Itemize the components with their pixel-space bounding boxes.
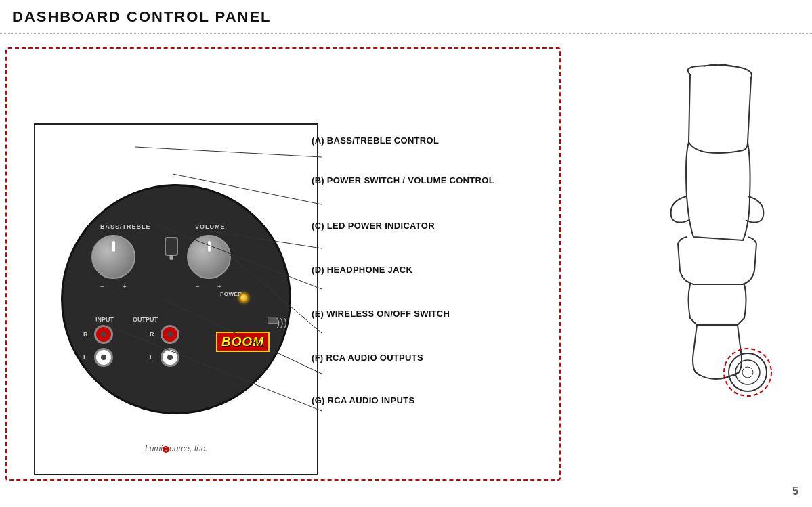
svg-point-9: [742, 367, 753, 378]
annotations-container: (A) BASS/TREBLE CONTROL (B) POWER SWITCH…: [312, 123, 494, 420]
annotation-f: (F) RCA AUDIO OUTPUTS: [312, 336, 494, 380]
lumi-s-icon: S: [163, 446, 169, 453]
svg-point-10: [724, 349, 771, 396]
chair-illustration: [643, 61, 792, 454]
annotation-g: (G) RCA AUDIO INPUTS: [312, 380, 494, 420]
input-r-label: R: [83, 331, 90, 338]
source-text: ource, Inc.: [169, 444, 207, 454]
annotation-a: (A) BASS/TREBLE CONTROL: [312, 123, 494, 157]
volume-knob[interactable]: [187, 235, 231, 279]
vol-minus-label: −: [196, 283, 200, 290]
io-labels: INPUT OUTPUT: [95, 316, 158, 323]
red-dashed-box: BASS/TREBLE VOLUME − + − +: [5, 47, 561, 481]
page-title: DASHBOARD CONTROL PANEL: [12, 8, 272, 26]
panel-area: BASS/TREBLE VOLUME − + − +: [34, 123, 318, 475]
output-l-row: L: [150, 348, 179, 367]
lumisource-label: LumiSource, Inc.: [145, 444, 207, 454]
led-power-indicator: [239, 293, 249, 303]
volume-label: VOLUME: [195, 223, 226, 230]
output-label: OUTPUT: [133, 316, 158, 323]
input-l-connector[interactable]: [94, 348, 113, 367]
chair-svg: [643, 61, 792, 454]
input-r-connector[interactable]: [94, 325, 113, 344]
annotation-e: (E) WIRELESS ON/OFF SWITCH: [312, 292, 494, 336]
circle-inner: BASS/TREBLE VOLUME − + − +: [63, 186, 289, 412]
annotation-e-text: (E) WIRELESS ON/OFF SWITCH: [312, 309, 450, 319]
boom-logo-area: BOOM: [211, 315, 275, 369]
bass-treble-label: BASS/TREBLE: [100, 223, 151, 230]
circle-panel: BASS/TREBLE VOLUME − + − +: [61, 184, 291, 414]
annotation-c-text: (C) LED POWER INDICATOR: [312, 221, 435, 231]
input-r-row: R: [83, 325, 113, 344]
headphone-jack[interactable]: [161, 237, 181, 264]
input-label: INPUT: [95, 316, 114, 323]
annotation-f-text: (F) RCA AUDIO OUTPUTS: [312, 353, 423, 363]
output-l-connector[interactable]: [161, 348, 179, 367]
wireless-icon: ))): [276, 317, 287, 329]
input-l-label: L: [83, 354, 90, 361]
annotation-b: (B) POWER SWITCH / VOLUME CONTROL: [312, 157, 494, 203]
annotation-d: (D) HEADPHONE JACK: [312, 248, 494, 292]
annotation-g-text: (G) RCA AUDIO INPUTS: [312, 395, 414, 405]
output-rca-group: R L: [150, 325, 179, 367]
output-r-connector[interactable]: [161, 325, 179, 344]
annotation-d-text: (D) HEADPHONE JACK: [312, 265, 412, 275]
vol-plus-label: +: [217, 283, 221, 290]
annotation-c: (C) LED POWER INDICATOR: [312, 203, 494, 248]
bass-treble-knob[interactable]: [91, 235, 135, 279]
jack-body: [165, 237, 178, 256]
output-r-row: R: [150, 325, 179, 344]
output-l-label: L: [150, 354, 156, 361]
input-rca-group: R L: [83, 325, 113, 367]
input-l-row: L: [83, 348, 113, 367]
output-r-label: R: [150, 331, 156, 338]
bass-minus-label: −: [100, 283, 104, 290]
annotation-b-text: (B) POWER SWITCH / VOLUME CONTROL: [312, 175, 494, 185]
svg-point-7: [729, 353, 767, 391]
page-number: 5: [792, 485, 798, 498]
bass-plus-label: +: [123, 283, 127, 290]
panel-inner: BASS/TREBLE VOLUME − + − +: [35, 125, 317, 474]
boom-text: BOOM: [216, 332, 270, 352]
annotation-a-text: (A) BASS/TREBLE CONTROL: [312, 135, 439, 146]
lumi-text: Lumi: [145, 444, 163, 454]
